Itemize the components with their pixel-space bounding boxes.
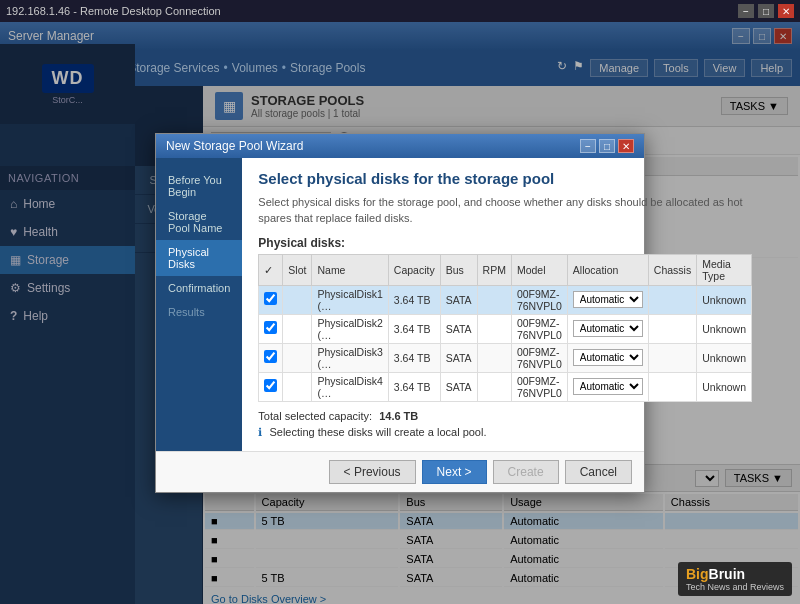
disk-1-bus: SATA [440, 285, 477, 314]
bigbruin-watermark: BigBruin Tech News and Reviews [678, 562, 792, 596]
disk-1-rpm [477, 285, 511, 314]
disk-4-capacity: 3.64 TB [388, 372, 440, 401]
server-manager-window: Server Manager − □ ✕ ◄ ► •• File and Sto… [0, 22, 800, 604]
disk-2-capacity: 3.64 TB [388, 314, 440, 343]
info-message: Selecting these disks will create a loca… [269, 426, 486, 438]
wizard-nav-pool-name-label: Storage Pool Name [168, 210, 222, 234]
disk-4-name: PhysicalDisk4 (… [312, 372, 388, 401]
wizard-nav-physical-disks-label: Physical Disks [168, 246, 209, 270]
bigbruin-tagline: Tech News and Reviews [686, 582, 784, 592]
info-message-row: ℹ Selecting these disks will create a lo… [258, 426, 752, 439]
disk-1-chassis [648, 285, 696, 314]
disk-3-model: 00F9MZ-76NVPL0 [511, 343, 567, 372]
wizard-minimize-btn[interactable]: − [580, 139, 596, 153]
os-title: 192.168.1.46 - Remote Desktop Connection [6, 5, 221, 17]
total-capacity-value: 14.6 TB [379, 410, 418, 422]
wizard-nav-results: Results [156, 300, 242, 324]
disk-3-slot [283, 343, 312, 372]
wizard-body: Before You Begin Storage Pool Name Physi… [156, 158, 644, 451]
disk-row-2[interactable]: PhysicalDisk2 (… 3.64 TB SATA 00F9MZ-76N… [259, 314, 752, 343]
disk-4-checkbox[interactable] [264, 379, 277, 392]
pd-col-slot: Slot [283, 254, 312, 285]
disk-2-alloc-select[interactable]: Automatic Hot Spare [573, 320, 643, 337]
wizard-nav-physical-disks[interactable]: Physical Disks [156, 240, 242, 276]
pd-col-media: Media Type [697, 254, 752, 285]
disk-2-alloc[interactable]: Automatic Hot Spare [567, 314, 648, 343]
pd-col-allocation: Allocation [567, 254, 648, 285]
wizard-titlebar: New Storage Pool Wizard − □ ✕ [156, 134, 644, 158]
disk-2-model: 00F9MZ-76NVPL0 [511, 314, 567, 343]
os-titlebar-controls: − □ ✕ [738, 4, 794, 18]
disk-3-alloc[interactable]: Automatic Hot Spare [567, 343, 648, 372]
pd-col-bus: Bus [440, 254, 477, 285]
bigbruin-bruin: Bruin [709, 566, 746, 582]
previous-btn[interactable]: < Previous [329, 460, 416, 484]
disk-3-media: Unknown [697, 343, 752, 372]
os-titlebar: 192.168.1.46 - Remote Desktop Connection… [0, 0, 800, 22]
disk-3-bus: SATA [440, 343, 477, 372]
next-btn[interactable]: Next > [422, 460, 487, 484]
disk-4-bus: SATA [440, 372, 477, 401]
wizard-nav-results-label: Results [168, 306, 205, 318]
wizard-close-btn[interactable]: ✕ [618, 139, 634, 153]
bigbruin-big: Big [686, 566, 709, 582]
pd-col-rpm: RPM [477, 254, 511, 285]
wizard-nav-pool-name[interactable]: Storage Pool Name [156, 204, 242, 240]
pd-col-model: Model [511, 254, 567, 285]
disk-2-chassis [648, 314, 696, 343]
disk-2-name: PhysicalDisk2 (… [312, 314, 388, 343]
pd-col-capacity: Capacity [388, 254, 440, 285]
wizard-nav: Before You Begin Storage Pool Name Physi… [156, 158, 242, 451]
disk-1-alloc-select[interactable]: Automatic Hot Spare [573, 291, 643, 308]
wizard-buttons: < Previous Next > Create Cancel [156, 451, 644, 492]
wizard-dialog: New Storage Pool Wizard − □ ✕ Before You… [155, 133, 645, 493]
wizard-description: Select physical disks for the storage po… [258, 195, 752, 226]
disk-3-rpm [477, 343, 511, 372]
disk-1-model: 00F9MZ-76NVPL0 [511, 285, 567, 314]
cancel-btn[interactable]: Cancel [565, 460, 632, 484]
wizard-nav-before[interactable]: Before You Begin [156, 168, 242, 204]
pd-col-chassis: Chassis [648, 254, 696, 285]
disk-2-bus: SATA [440, 314, 477, 343]
disk-4-media: Unknown [697, 372, 752, 401]
disk-4-slot [283, 372, 312, 401]
disk-4-model: 00F9MZ-76NVPL0 [511, 372, 567, 401]
wizard-page-title: Select physical disks for the storage po… [258, 170, 752, 187]
modal-backdrop: New Storage Pool Wizard − □ ✕ Before You… [0, 22, 800, 604]
disk-3-alloc-select[interactable]: Automatic Hot Spare [573, 349, 643, 366]
pd-col-check: ✓ [259, 254, 283, 285]
disk-row-3[interactable]: PhysicalDisk3 (… 3.64 TB SATA 00F9MZ-76N… [259, 343, 752, 372]
disk-row-1[interactable]: PhysicalDisk1 (… 3.64 TB SATA 00F9MZ-76N… [259, 285, 752, 314]
disk-1-alloc[interactable]: Automatic Hot Spare [567, 285, 648, 314]
disk-1-name: PhysicalDisk1 (… [312, 285, 388, 314]
wizard-footer-info: Total selected capacity: 14.6 TB ℹ Selec… [258, 410, 752, 439]
total-capacity-label: Total selected capacity: [258, 410, 372, 422]
disk-4-alloc[interactable]: Automatic Hot Spare [567, 372, 648, 401]
disk-row-4[interactable]: PhysicalDisk4 (… 3.64 TB SATA 00F9MZ-76N… [259, 372, 752, 401]
wizard-title: New Storage Pool Wizard [166, 139, 303, 153]
disk-3-checkbox[interactable] [264, 350, 277, 363]
wizard-nav-confirmation[interactable]: Confirmation [156, 276, 242, 300]
disk-4-chassis [648, 372, 696, 401]
disk-1-slot [283, 285, 312, 314]
os-maximize-btn[interactable]: □ [758, 4, 774, 18]
wizard-nav-before-label: Before You Begin [168, 174, 222, 198]
info-icon: ℹ [258, 426, 262, 438]
physical-disks-table: ✓ Slot Name Capacity Bus RPM Model Alloc… [258, 254, 752, 402]
physical-disks-label: Physical disks: [258, 236, 752, 250]
disk-3-capacity: 3.64 TB [388, 343, 440, 372]
os-close-btn[interactable]: ✕ [778, 4, 794, 18]
create-btn[interactable]: Create [493, 460, 559, 484]
disk-4-alloc-select[interactable]: Automatic Hot Spare [573, 378, 643, 395]
disk-2-rpm [477, 314, 511, 343]
disk-2-checkbox[interactable] [264, 321, 277, 334]
wizard-maximize-btn[interactable]: □ [599, 139, 615, 153]
disk-1-capacity: 3.64 TB [388, 285, 440, 314]
disk-1-checkbox[interactable] [264, 292, 277, 305]
disk-4-rpm [477, 372, 511, 401]
wizard-nav-confirmation-label: Confirmation [168, 282, 230, 294]
disk-1-media: Unknown [697, 285, 752, 314]
disk-3-chassis [648, 343, 696, 372]
disk-2-media: Unknown [697, 314, 752, 343]
os-minimize-btn[interactable]: − [738, 4, 754, 18]
